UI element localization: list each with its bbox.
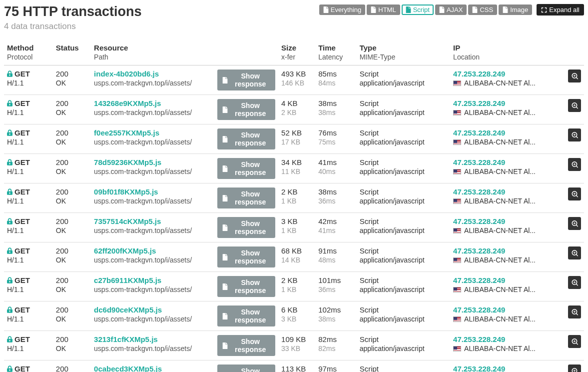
- ip-link[interactable]: 47.253.228.249: [453, 158, 505, 166]
- expand-all-button[interactable]: Expand all: [537, 4, 584, 16]
- type: Script: [360, 246, 447, 255]
- show-response-button[interactable]: Show response: [217, 364, 275, 372]
- filter-css[interactable]: CSS: [468, 4, 497, 15]
- show-response-button[interactable]: Show response: [217, 217, 275, 238]
- resource-link[interactable]: 62ff200fKXMp5.js: [94, 246, 156, 255]
- filter-html[interactable]: HTML: [367, 4, 400, 15]
- zoom-icon: [572, 368, 578, 372]
- protocol: H/1.1: [7, 108, 50, 116]
- zoom-button[interactable]: [568, 128, 581, 142]
- time: 102ms: [318, 306, 353, 314]
- protocol: H/1.1: [7, 226, 50, 234]
- resource-path: usps.com-trackgvn.top/i/assets/: [94, 197, 211, 205]
- size: 34 KB: [281, 158, 312, 166]
- ip-link[interactable]: 47.253.228.249: [453, 335, 505, 344]
- col-show: [214, 40, 278, 66]
- location: ALIBABA-CN-NET Al...: [464, 197, 536, 205]
- resource-link[interactable]: f0ee2557KXMp5.js: [94, 128, 159, 137]
- protocol: H/1.1: [7, 256, 50, 264]
- lock-icon: [7, 306, 12, 313]
- status-text: OK: [56, 286, 88, 294]
- show-response-button[interactable]: Show response: [217, 246, 275, 268]
- ip-link[interactable]: 47.253.228.249: [453, 276, 505, 284]
- resource-link[interactable]: c27b6911KXMp5.js: [94, 276, 161, 284]
- resource-link[interactable]: 0cabecd3KXMp5.js: [94, 364, 162, 372]
- file-icon: [472, 6, 478, 13]
- flag-icon: [453, 169, 461, 174]
- ip-link[interactable]: 47.253.228.249: [453, 128, 505, 137]
- status-text: OK: [56, 344, 88, 352]
- show-response-button[interactable]: Show response: [217, 335, 275, 356]
- zoom-icon: [572, 132, 578, 138]
- resource-link[interactable]: 7357514cKXMp5.js: [94, 217, 161, 226]
- status-text: OK: [56, 138, 88, 146]
- lock-icon: [7, 277, 12, 284]
- lock-icon: [7, 100, 12, 106]
- show-response-button[interactable]: Show response: [217, 158, 275, 179]
- show-response-button[interactable]: Show response: [217, 70, 275, 90]
- zoom-icon: [572, 162, 578, 168]
- lock-icon: [7, 70, 12, 77]
- resource-link[interactable]: 09bf01f8KXMp5.js: [94, 188, 158, 196]
- zoom-button[interactable]: [568, 364, 581, 372]
- ip-link[interactable]: 47.253.228.249: [453, 188, 505, 196]
- ip-link[interactable]: 47.253.228.249: [453, 217, 505, 226]
- filter-everything[interactable]: Everything: [319, 4, 365, 15]
- show-response-button[interactable]: Show response: [217, 188, 275, 208]
- ip-link[interactable]: 47.253.228.249: [453, 70, 505, 78]
- expand-icon: [541, 7, 547, 13]
- size: 68 KB: [281, 246, 312, 255]
- size: 6 KB: [281, 306, 312, 314]
- location: ALIBABA-CN-NET Al...: [464, 315, 536, 323]
- resource-link[interactable]: index-4b020bd6.js: [94, 70, 159, 78]
- col-method: MethodProtocol: [4, 40, 53, 66]
- show-response-button[interactable]: Show response: [217, 128, 275, 150]
- xfer-size: 2 KB: [281, 108, 312, 116]
- zoom-button[interactable]: [568, 335, 581, 348]
- table-row: GETH/1.1200OK7357514cKXMp5.jsusps.com-tr…: [4, 213, 584, 242]
- flag-icon: [453, 287, 461, 292]
- zoom-button[interactable]: [568, 158, 581, 171]
- filter-image[interactable]: Image: [499, 4, 532, 15]
- ip-link[interactable]: 47.253.228.249: [453, 99, 505, 108]
- zoom-icon: [572, 102, 578, 109]
- mime-type: application/javascript: [360, 286, 447, 294]
- ip-link[interactable]: 47.253.228.249: [453, 246, 505, 255]
- resource-link[interactable]: 143268e9KXMp5.js: [94, 99, 161, 108]
- show-response-button[interactable]: Show response: [217, 276, 275, 297]
- filter-script[interactable]: Script: [402, 4, 434, 15]
- resource-link[interactable]: 3213f1cfKXMp5.js: [94, 335, 158, 344]
- zoom-button[interactable]: [568, 276, 581, 289]
- resource-link[interactable]: 78d59236KXMp5.js: [94, 158, 161, 166]
- resource-path: usps.com-trackgvn.top/i/assets/: [94, 168, 211, 176]
- file-icon: [222, 136, 228, 142]
- method: GET: [14, 276, 30, 284]
- status-code: 200: [56, 99, 88, 108]
- ip-link[interactable]: 47.253.228.249: [453, 306, 505, 314]
- filter-ajax[interactable]: AJAX: [435, 4, 467, 15]
- flag-icon: [453, 258, 461, 263]
- zoom-button[interactable]: [568, 246, 581, 260]
- latency: 84ms: [318, 79, 353, 87]
- zoom-button[interactable]: [568, 306, 581, 318]
- mime-type: application/javascript: [360, 138, 447, 146]
- zoom-icon: [572, 250, 578, 256]
- latency: 48ms: [318, 256, 353, 264]
- show-response-button[interactable]: Show response: [217, 306, 275, 326]
- method: GET: [14, 246, 30, 255]
- zoom-button[interactable]: [568, 188, 581, 200]
- show-response-button[interactable]: Show response: [217, 99, 275, 120]
- page-subtitle: 4 data transactions: [4, 22, 142, 32]
- resource-link[interactable]: dc6d90ceKXMp5.js: [94, 306, 162, 314]
- zoom-button[interactable]: [568, 70, 581, 82]
- resource-path: usps.com-trackgvn.top/i/assets/: [94, 138, 211, 146]
- latency: 40ms: [318, 168, 353, 176]
- table-row: GETH/1.1200OKf0ee2557KXMp5.jsusps.com-tr…: [4, 124, 584, 154]
- zoom-button[interactable]: [568, 217, 581, 230]
- status-code: 200: [56, 217, 88, 226]
- ip-link[interactable]: 47.253.228.249: [453, 364, 505, 372]
- zoom-button[interactable]: [568, 99, 581, 112]
- time: 42ms: [318, 217, 353, 226]
- mime-type: application/javascript: [360, 168, 447, 176]
- protocol: H/1.1: [7, 315, 50, 323]
